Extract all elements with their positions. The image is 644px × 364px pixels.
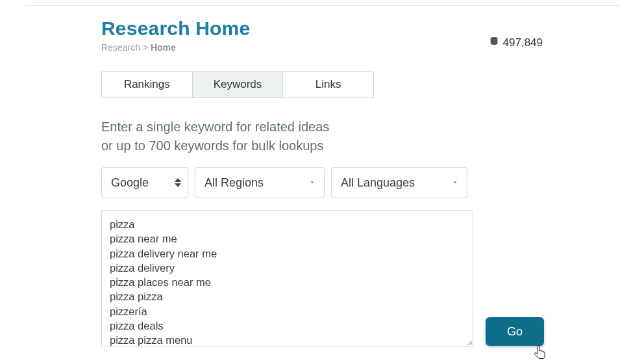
updown-icon [175,178,181,187]
engine-select[interactable]: Google [101,167,188,198]
controls-row: Google All Regions All Languages [101,167,619,198]
region-select[interactable]: All Regions [195,167,325,198]
tab-rankings[interactable]: Rankings [102,72,192,98]
credits: 497,849 [489,18,543,49]
breadcrumb: Research > Home [101,42,250,53]
breadcrumb-sep: > [143,42,148,53]
tab-keywords[interactable]: Keywords [192,72,283,98]
header-left: Research Home Research > Home [101,18,250,53]
instructions-line2: or up to 700 keywords for bulk lookups [101,136,619,155]
credits-value: 497,849 [503,36,543,49]
coins-icon [489,36,499,49]
keywords-textarea[interactable] [101,210,473,346]
region-select-value: All Regions [204,176,264,190]
language-select[interactable]: All Languages [331,167,467,198]
breadcrumb-root[interactable]: Research [101,42,140,53]
header: Research Home Research > Home 497,849 [25,6,619,53]
chevron-down-icon [308,176,316,190]
chevron-down-icon [451,176,459,190]
page-title: Research Home [101,18,250,40]
instructions-line1: Enter a single keyword for related ideas [101,118,619,136]
tab-links[interactable]: Links [282,72,373,98]
language-select-value: All Languages [341,176,415,190]
tabs: Rankings Keywords Links [101,71,374,98]
keywords-textarea-wrap [101,210,473,349]
go-button[interactable]: Go [486,317,544,346]
breadcrumb-current: Home [151,42,176,53]
engine-select-value: Google [111,176,149,190]
instructions: Enter a single keyword for related ideas… [101,118,619,155]
